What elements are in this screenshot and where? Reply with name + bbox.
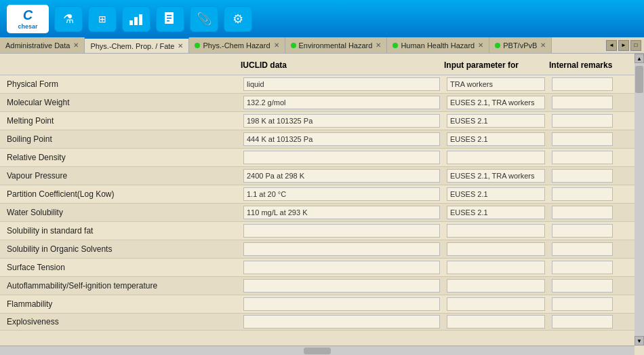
remarks: [549, 113, 635, 129]
iuclid-input[interactable]: [243, 187, 440, 201]
svg-rect-1: [134, 17, 138, 25]
iuclid-input[interactable]: [243, 151, 440, 164]
table-row: Surface Tension: [0, 259, 635, 277]
input-param-field[interactable]: [447, 224, 545, 238]
remarks-field[interactable]: [552, 206, 613, 219]
horizontal-scrollbar[interactable]: [0, 345, 635, 355]
tab-phys-chem-prop[interactable]: Phys.-Chem. Prop. / Fate ✕: [85, 37, 189, 54]
remarks-field[interactable]: [552, 297, 613, 311]
table-row: Partition Coefficient(Log Kow): [0, 185, 635, 204]
tab-human-health-hazard[interactable]: Human Health Hazard ✕: [387, 37, 489, 54]
remarks-field[interactable]: [552, 187, 613, 201]
settings-button[interactable]: ⚙: [224, 6, 252, 32]
tab-maximize[interactable]: □: [630, 40, 641, 51]
tab-scroll-left[interactable]: ◄: [606, 40, 617, 51]
remarks: [549, 204, 635, 221]
remarks: [549, 314, 635, 330]
attachment-button[interactable]: 📎: [190, 6, 218, 32]
status-dot: [291, 43, 296, 48]
close-icon[interactable]: ✕: [478, 41, 483, 49]
input-parameter: [444, 168, 549, 184]
tab-pbt-vpvb[interactable]: PBT/vPvB ✕: [489, 37, 552, 54]
remarks-field[interactable]: [552, 315, 613, 329]
input-parameter: [444, 259, 549, 276]
tab-scroll-right[interactable]: ►: [618, 40, 629, 51]
table-row: Melting Point: [0, 112, 635, 130]
input-param-field[interactable]: [447, 315, 545, 329]
vertical-scrollbar[interactable]: ▲ ▼: [635, 54, 644, 345]
input-param-field[interactable]: [447, 169, 545, 183]
input-parameter: [444, 94, 549, 111]
remarks-field[interactable]: [552, 242, 613, 256]
iuclid-input[interactable]: [243, 206, 440, 219]
status-dot: [195, 43, 200, 48]
remarks: [549, 76, 635, 92]
iuclid-input[interactable]: [243, 169, 440, 183]
logo-text: chesar: [18, 23, 37, 30]
iuclid-input[interactable]: [243, 224, 440, 238]
remarks-field[interactable]: [552, 151, 613, 164]
remarks: [549, 168, 635, 184]
input-parameter: [444, 76, 549, 92]
input-param-field[interactable]: [447, 151, 545, 164]
remarks: [549, 131, 635, 147]
remarks-field[interactable]: [552, 114, 613, 128]
tabs-row: Administrative Data ✕ Phys.-Chem. Prop. …: [0, 37, 644, 54]
remarks: [549, 278, 635, 294]
input-param-field[interactable]: [447, 96, 545, 109]
iuclid-input[interactable]: [243, 132, 440, 146]
remarks-field[interactable]: [552, 132, 613, 146]
iuclid-data: [241, 76, 444, 92]
structure-button[interactable]: ⊞: [88, 6, 117, 32]
tab-environmental-hazard[interactable]: Environmental Hazard ✕: [285, 37, 388, 54]
iuclid-input[interactable]: [243, 242, 440, 256]
input-parameter: [444, 113, 549, 129]
document-button[interactable]: [156, 6, 184, 32]
iuclid-input[interactable]: [243, 114, 440, 128]
input-parameter: [444, 296, 549, 312]
column-headers: IUCLID data Input parameter for Internal…: [0, 54, 644, 75]
remarks-field[interactable]: [552, 279, 613, 293]
remarks-field[interactable]: [552, 169, 613, 183]
remarks: [549, 296, 635, 312]
input-param-field[interactable]: [447, 297, 545, 311]
remarks-field[interactable]: [552, 224, 613, 238]
input-param-field[interactable]: [447, 261, 545, 274]
close-icon[interactable]: ✕: [274, 41, 279, 49]
status-dot: [393, 43, 398, 48]
chart-button[interactable]: [122, 6, 150, 32]
remarks-field[interactable]: [552, 96, 613, 109]
input-param-field[interactable]: [447, 242, 545, 256]
input-param-field[interactable]: [447, 77, 545, 91]
flask-button[interactable]: ⚗: [54, 6, 83, 32]
close-icon[interactable]: ✕: [73, 41, 79, 49]
iuclid-input[interactable]: [243, 261, 440, 274]
input-param-field[interactable]: [447, 187, 545, 201]
iuclid-data: [241, 113, 444, 129]
v-scroll-thumb[interactable]: [635, 66, 643, 93]
input-param-field[interactable]: [447, 206, 545, 219]
iuclid-input[interactable]: [243, 315, 440, 329]
input-param-field[interactable]: [447, 114, 545, 128]
close-icon[interactable]: ✕: [376, 41, 381, 49]
scroll-down-button[interactable]: ▼: [635, 336, 644, 345]
h-scroll-thumb[interactable]: [304, 348, 331, 354]
property-label: Partition Coefficient(Log Kow): [0, 189, 241, 199]
iuclid-input[interactable]: [243, 96, 440, 109]
tab-phys-chem-hazard[interactable]: Phys.-Chem Hazard ✕: [189, 37, 285, 54]
iuclid-input[interactable]: [243, 77, 440, 91]
close-icon[interactable]: ✕: [178, 42, 183, 50]
svg-rect-4: [167, 15, 172, 16]
tab-administrative-data[interactable]: Administrative Data ✕: [0, 37, 85, 54]
input-parameter: [444, 204, 549, 221]
remarks-field[interactable]: [552, 77, 613, 91]
input-param-field[interactable]: [447, 279, 545, 293]
remarks-field[interactable]: [552, 261, 613, 274]
close-icon[interactable]: ✕: [540, 41, 546, 49]
iuclid-input[interactable]: [243, 297, 440, 311]
scroll-up-button[interactable]: ▲: [635, 54, 644, 63]
iuclid-input[interactable]: [243, 279, 440, 293]
table-row: Explosiveness: [0, 314, 635, 331]
input-param-field[interactable]: [447, 132, 545, 146]
iuclid-data: [241, 314, 444, 330]
